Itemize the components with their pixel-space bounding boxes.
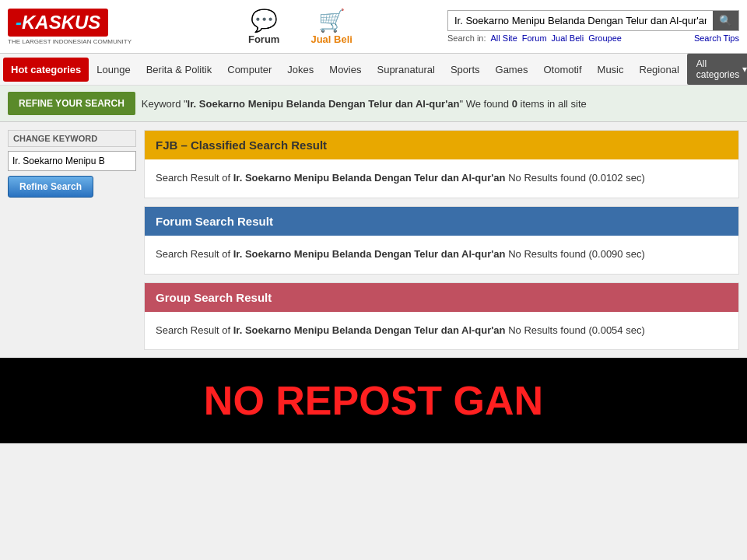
bottom-banner: NO REPOST GAN	[0, 358, 747, 443]
banner-text: NO REPOST GAN	[204, 377, 543, 424]
all-categories-label: All categories	[696, 58, 739, 80]
navbar-regional[interactable]: Regional	[632, 58, 687, 82]
search-tips[interactable]: Search Tips	[694, 33, 739, 43]
group-result-header: Group Search Result	[145, 283, 738, 312]
group-result-body: Search Result of Ir. Soekarno Menipu Bel…	[145, 312, 738, 350]
navbar-sports[interactable]: Sports	[443, 58, 488, 82]
chevron-down-icon: ▾	[742, 64, 747, 75]
forum-icon: 💬	[251, 8, 278, 33]
search-in-label: Search in:	[447, 33, 486, 43]
navbar: Hot categories Lounge Berita & Politik C…	[0, 54, 747, 86]
refine-keyword: Ir. Soekarno Menipu Belanda Dengan Telur…	[188, 98, 460, 110]
main: CHANGE KEYWORD Refine Search FJB – Class…	[0, 122, 747, 358]
navbar-games[interactable]: Games	[488, 58, 536, 82]
search-jual-beli[interactable]: Jual Beli	[552, 33, 584, 43]
sidebar: CHANGE KEYWORD Refine Search	[8, 130, 136, 350]
search-all-site[interactable]: All Site	[491, 33, 517, 43]
nav-icons: 💬 Forum 🛒 Jual Beli	[233, 5, 368, 48]
jual-beli-label: Jual Beli	[310, 33, 352, 45]
refine-search-button[interactable]: Refine Search	[8, 176, 93, 198]
fjb-result-block: FJB – Classified Search Result Search Re…	[144, 130, 739, 198]
change-keyword-label: CHANGE KEYWORD	[8, 130, 136, 147]
search-input[interactable]	[448, 11, 713, 30]
search-forum[interactable]: Forum	[522, 33, 547, 43]
forum-result-body: Search Result of Ir. Soekarno Menipu Bel…	[145, 236, 738, 274]
navbar-jokes[interactable]: Jokes	[279, 58, 321, 82]
search-groupee[interactable]: Groupee	[588, 33, 622, 43]
logo-box: -KASKUS	[8, 9, 108, 37]
refine-bar: REFINE YOUR SEARCH Keyword "Ir. Soekarno…	[0, 86, 747, 122]
search-button[interactable]: 🔍	[713, 11, 738, 30]
navbar-supranatural[interactable]: Supranatural	[369, 58, 442, 82]
forum-keyword: Ir. Soekarno Menipu Belanda Dengan Telur…	[233, 248, 506, 260]
group-result-text: No Results found (0.0054 sec)	[508, 324, 645, 336]
forum-label: Forum	[248, 33, 279, 45]
search-box: 🔍	[447, 10, 739, 31]
fjb-result-text: No Results found (0.0102 sec)	[508, 172, 645, 184]
logo-area: -KASKUS THE LARGEST INDONESIAN COMMUNITY	[8, 9, 132, 45]
fjb-result-body: Search Result of Ir. Soekarno Menipu Bel…	[145, 159, 738, 198]
group-keyword: Ir. Soekarno Menipu Belanda Dengan Telur…	[233, 324, 506, 336]
navbar-otomotif[interactable]: Otomotif	[535, 58, 589, 82]
navbar-movies[interactable]: Movies	[321, 58, 369, 82]
navbar-computer[interactable]: Computer	[219, 58, 279, 82]
refine-result: Keyword "Ir. Soekarno Menipu Belanda Den…	[142, 98, 587, 110]
forum-result-header: Forum Search Result	[145, 207, 738, 236]
group-result-block: Group Search Result Search Result of Ir.…	[144, 282, 739, 351]
header: -KASKUS THE LARGEST INDONESIAN COMMUNITY…	[0, 0, 747, 54]
forum-result-text: No Results found (0.0090 sec)	[508, 248, 645, 260]
search-area: 🔍 Search in: All Site Forum Jual Beli Gr…	[447, 10, 739, 43]
fjb-keyword: Ir. Soekarno Menipu Belanda Dengan Telur…	[233, 172, 506, 184]
navbar-berita[interactable]: Berita & Politik	[139, 58, 220, 82]
fjb-result-header: FJB – Classified Search Result	[145, 131, 738, 159]
search-options: Search in: All Site Forum Jual Beli Grou…	[447, 33, 739, 43]
refine-label[interactable]: REFINE YOUR SEARCH	[8, 92, 135, 115]
results: FJB – Classified Search Result Search Re…	[144, 130, 739, 350]
forum-nav[interactable]: 💬 Forum	[233, 5, 295, 48]
forum-result-block: Forum Search Result Search Result of Ir.…	[144, 206, 739, 275]
logo-subtitle: THE LARGEST INDONESIAN COMMUNITY	[8, 38, 132, 45]
jual-beli-icon: 🛒	[318, 8, 345, 33]
navbar-music[interactable]: Music	[590, 58, 632, 82]
navbar-all-categories[interactable]: All categories ▾	[687, 54, 747, 85]
navbar-hot-categories[interactable]: Hot categories	[3, 58, 89, 82]
keyword-input[interactable]	[8, 151, 136, 171]
jual-beli-nav[interactable]: 🛒 Jual Beli	[295, 5, 367, 48]
navbar-lounge[interactable]: Lounge	[89, 58, 138, 82]
